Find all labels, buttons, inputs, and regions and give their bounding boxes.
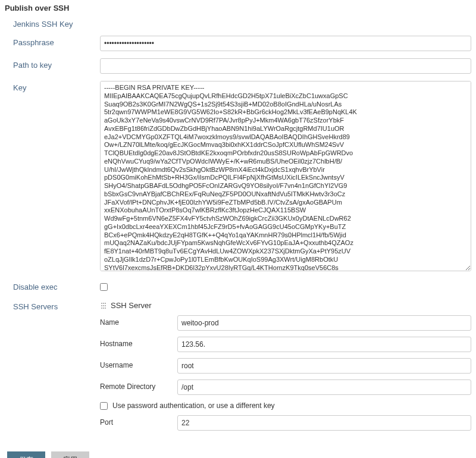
disable-exec-label: Disable exec	[5, 280, 100, 291]
path-to-key-label: Path to key	[5, 58, 100, 70]
svg-point-5	[105, 305, 106, 306]
drag-grip-icon[interactable]	[100, 302, 107, 309]
svg-point-7	[103, 308, 104, 309]
save-button[interactable]: 保存	[7, 451, 45, 458]
server-port-label: Port	[100, 415, 177, 426]
jenkins-ssh-key-label: Jenkins SSH Key	[5, 17, 100, 29]
svg-point-0	[101, 303, 102, 304]
server-port-input[interactable]	[177, 415, 471, 431]
server-name-label: Name	[100, 315, 177, 327]
ssh-server-header: SSH Server	[100, 300, 471, 312]
ssh-servers-label: SSH Servers	[5, 300, 100, 311]
ssh-server-header-label: SSH Server	[111, 301, 152, 310]
server-username-label: Username	[100, 358, 177, 369]
key-label: Key	[5, 81, 100, 92]
svg-point-3	[101, 305, 102, 306]
key-textarea[interactable]: -----BEGIN RSA PRIVATE KEY----- MIIEpAIB…	[100, 81, 471, 271]
server-username-input[interactable]	[177, 358, 471, 374]
svg-point-8	[105, 308, 106, 309]
server-name-input[interactable]	[177, 315, 471, 331]
apply-button[interactable]: 应用	[51, 451, 89, 458]
use-password-checkbox[interactable]	[100, 402, 108, 410]
svg-point-4	[103, 305, 104, 306]
server-remote-dir-input[interactable]	[177, 379, 471, 395]
svg-point-6	[101, 308, 102, 309]
publish-over-ssh-section: Jenkins SSH Key Passphrase Path to key K…	[0, 14, 476, 444]
svg-point-1	[103, 303, 104, 304]
svg-point-2	[105, 303, 106, 304]
server-hostname-input[interactable]	[177, 337, 471, 352]
server-remote-dir-label: Remote Directory	[100, 379, 177, 391]
button-row: 保存 应用	[0, 444, 476, 458]
section-title: Publish over SSH	[0, 0, 476, 14]
server-hostname-label: Hostname	[100, 337, 177, 348]
passphrase-input[interactable]	[100, 36, 471, 51]
path-to-key-input[interactable]	[100, 58, 471, 74]
passphrase-label: Passphrase	[5, 36, 100, 47]
use-password-label: Use password authentication, or use a di…	[112, 401, 275, 410]
disable-exec-checkbox[interactable]	[100, 283, 108, 291]
